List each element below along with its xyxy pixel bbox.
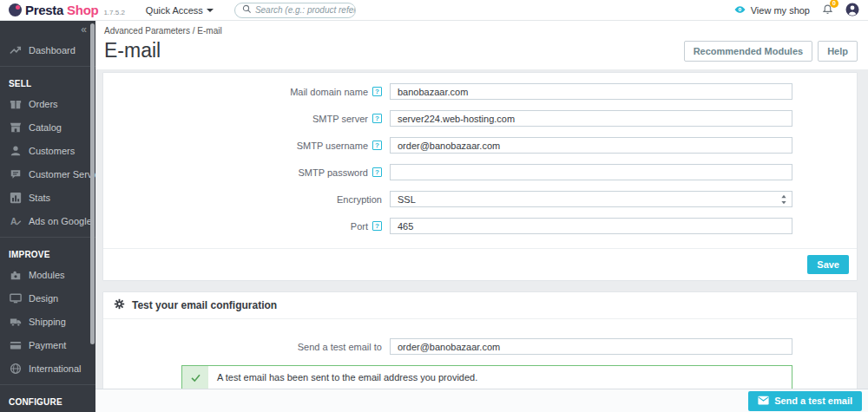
mail-domain-label: Mail domain name	[290, 87, 368, 97]
sidebar: « Dashboard SELL Orders Catalog	[0, 21, 95, 412]
prestashop-admin: PrestaShop 1.7.5.2 Quick Access View my …	[0, 0, 868, 412]
gear-icon	[114, 298, 125, 312]
form-row-test-email: Send a test email to	[103, 338, 857, 355]
test-email-label: Send a test email to	[298, 342, 382, 352]
sidebar-item-dashboard[interactable]: Dashboard	[0, 38, 95, 62]
chat-icon	[9, 167, 22, 180]
section-title-sell: SELL	[0, 71, 95, 92]
globe-icon	[9, 362, 22, 375]
collapse-sidebar-button[interactable]: «	[81, 23, 87, 36]
help-icon[interactable]: ?	[372, 167, 382, 177]
view-my-shop-link[interactable]: View my shop	[733, 4, 810, 16]
help-icon[interactable]: ?	[372, 114, 382, 123]
form-row-smtp-password: SMTP password ?	[103, 164, 857, 180]
topbar: PrestaShop 1.7.5.2 Quick Access View my …	[0, 0, 868, 21]
envelope-icon	[758, 396, 769, 407]
bar-chart-icon	[9, 191, 22, 204]
dashboard-icon	[9, 43, 22, 56]
smtp-username-label: SMTP username	[297, 141, 368, 151]
success-message: A test email has been sent to the email …	[208, 366, 486, 389]
encryption-label: Encryption	[337, 194, 382, 205]
truck-icon	[9, 315, 22, 328]
brand-presta: Presta	[25, 3, 63, 17]
topbar-right: View my shop 0	[733, 3, 859, 18]
brand-shop: Shop	[67, 3, 98, 17]
puzzle-icon	[9, 268, 22, 281]
divider	[0, 384, 95, 385]
breadcrumb-section[interactable]: Advanced Parameters	[104, 26, 190, 36]
test-email-input[interactable]	[390, 338, 792, 355]
send-test-email-button[interactable]: Send a test email	[748, 391, 862, 411]
encryption-select[interactable]: SSL	[390, 191, 792, 207]
port-label: Port	[351, 221, 368, 232]
sidebar-item-customers[interactable]: Customers	[0, 139, 95, 162]
mail-domain-input[interactable]	[390, 83, 792, 100]
smtp-server-input[interactable]	[390, 110, 792, 127]
sidebar-item-modules[interactable]: Modules	[0, 263, 95, 286]
divider	[0, 237, 95, 238]
recommended-modules-button[interactable]: Recommended Modules	[684, 41, 813, 62]
help-icon[interactable]: ?	[372, 221, 382, 231]
store-icon	[9, 121, 22, 134]
chevron-down-icon	[207, 9, 214, 12]
sidebar-item-ads-on-google[interactable]: A Ads on Google	[0, 209, 95, 232]
port-input[interactable]	[390, 218, 792, 234]
help-button[interactable]: Help	[818, 41, 858, 62]
profile-button[interactable]	[845, 3, 859, 18]
help-icon[interactable]: ?	[372, 141, 382, 150]
check-icon	[182, 366, 208, 389]
breadcrumb: Advanced Parameters / E-mail	[104, 26, 858, 36]
notification-badge: 0	[830, 0, 838, 8]
gift-icon	[9, 97, 22, 110]
content-area: Mail domain name ? SMTP server ?	[95, 69, 868, 406]
global-search[interactable]	[234, 3, 356, 18]
sidebar-item-shipping[interactable]: Shipping	[0, 310, 95, 333]
success-alert: A test email has been sent to the email …	[181, 365, 792, 389]
smtp-password-label: SMTP password	[299, 167, 369, 178]
ads-pencil-icon: A	[9, 214, 22, 227]
sidebar-item-catalog[interactable]: Catalog	[0, 115, 95, 139]
avatar-icon	[845, 3, 859, 16]
page-footer: Send a test email	[95, 389, 868, 412]
test-panel-header: Test your email configuration	[103, 292, 857, 319]
sidebar-item-customer-service[interactable]: Customer Service	[0, 162, 95, 186]
test-panel-title: Test your email configuration	[132, 299, 277, 311]
smtp-username-input[interactable]	[390, 137, 792, 154]
smtp-password-input[interactable]	[390, 164, 792, 180]
search-input[interactable]	[255, 5, 356, 15]
breadcrumb-separator: /	[193, 26, 195, 36]
form-row-mail-domain: Mail domain name ?	[103, 83, 857, 100]
notifications-button[interactable]: 0	[822, 3, 833, 17]
version-label: 1.7.5.2	[103, 9, 124, 16]
breadcrumb-current: E-mail	[197, 26, 221, 36]
eye-icon	[733, 4, 746, 16]
quick-access-menu[interactable]: Quick Access	[146, 5, 214, 16]
sidebar-item-design[interactable]: Design	[0, 286, 95, 310]
sidebar-item-payment[interactable]: Payment	[0, 333, 95, 356]
form-row-port: Port ?	[103, 218, 857, 234]
sidebar-item-stats[interactable]: Stats	[0, 186, 95, 209]
divider	[0, 66, 95, 67]
page-title: E-mail	[104, 39, 161, 62]
prestashop-logo-icon	[9, 3, 22, 16]
monitor-icon	[9, 291, 22, 304]
sidebar-item-orders[interactable]: Orders	[0, 92, 95, 115]
section-title-improve: IMPROVE	[0, 242, 95, 263]
sidebar-scrollbar[interactable]	[90, 23, 95, 344]
form-row-smtp-username: SMTP username ?	[103, 137, 857, 154]
sidebar-item-international[interactable]: International	[0, 356, 95, 380]
smtp-server-label: SMTP server	[312, 114, 368, 124]
person-icon	[9, 144, 22, 157]
email-settings-panel: Mail domain name ? SMTP server ?	[102, 72, 858, 281]
save-button[interactable]: Save	[807, 255, 849, 274]
select-updown-icon	[780, 194, 787, 206]
main-content: Advanced Parameters / E-mail E-mail Reco…	[95, 21, 868, 412]
credit-card-icon	[9, 338, 22, 351]
encryption-selected-value: SSL	[398, 194, 416, 205]
page-header: Advanced Parameters / E-mail E-mail Reco…	[95, 21, 868, 69]
form-row-encryption: Encryption SSL	[103, 191, 857, 207]
prestashop-logo: PrestaShop 1.7.5.2	[9, 3, 125, 17]
svg-text:A: A	[10, 215, 16, 226]
section-title-configure: CONFIGURE	[0, 389, 95, 410]
help-icon[interactable]: ?	[372, 87, 382, 96]
